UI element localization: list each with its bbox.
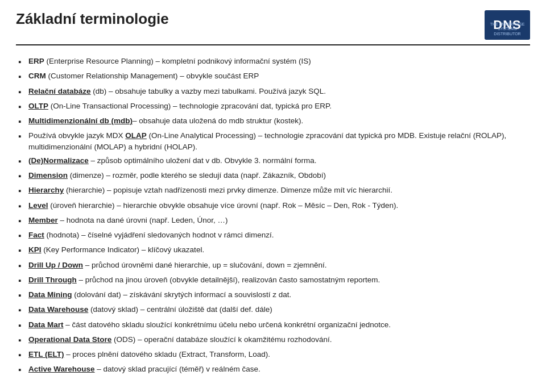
term-content: OLTP (On-Line Transactional Processing) … — [28, 101, 530, 112]
term-label: CRM — [28, 72, 46, 80]
term-content: Data Mining (dolování dat) – získávání s… — [28, 289, 530, 301]
term-label: Hierarchy — [28, 186, 64, 194]
bullet-icon: ▪ — [18, 260, 28, 272]
term-content: Member – hodnota na dané úrovni (např. L… — [28, 215, 530, 226]
term-label: Drill Through — [28, 276, 77, 284]
list-item: ▪Drill Up / Down – průchod úrovněmi dané… — [18, 260, 530, 272]
term-content: Drill Through – průchod na jinou úroveň … — [28, 274, 530, 286]
bullet-icon: ▪ — [18, 349, 28, 361]
term-label: KPI — [28, 245, 42, 254]
term-label: Data Warehouse — [28, 305, 88, 314]
term-content: Data Mart – část datového skladu sloužíc… — [28, 319, 530, 331]
bullet-icon: ▪ — [18, 289, 28, 302]
term-label: OLAP — [125, 131, 147, 140]
bullet-icon: ▪ — [18, 364, 28, 376]
list-item: ▪Data Mining (dolování dat) – získávání … — [18, 289, 530, 302]
list-item: ▪KPI (Key Performance Indicator) – klíčo… — [18, 244, 530, 257]
logo-box: DNS THE ENTERPRISE SYSTEMS DISTRIBUTOR — [485, 10, 530, 40]
bullet-icon: ▪ — [18, 215, 28, 227]
bullet-icon: ▪ — [18, 86, 28, 98]
list-item: ▪Data Mart – část datového skladu slouží… — [18, 319, 530, 332]
bullet-icon: ▪ — [18, 319, 28, 332]
list-item: ▪OLTP (On-Line Transactional Processing)… — [18, 101, 530, 113]
term-content: Operational Data Store (ODS) – operační … — [28, 334, 530, 345]
term-content: Level (úroveň hierarchie) – hierarchie o… — [28, 200, 530, 211]
list-item: ▪Operational Data Store (ODS) – operační… — [18, 334, 530, 347]
list-item: ▪ERP (Enterprise Resource Planning) – ko… — [18, 56, 530, 68]
term-content: Používá obvykle jazyk MDX OLAP (On-Line … — [28, 130, 530, 152]
list-item: ▪Dimension (dimenze) – rozměr, podle kte… — [18, 170, 530, 182]
term-label: Data Mining — [28, 290, 72, 299]
page-title: Základní terminologie — [16, 10, 169, 28]
term-content: Fact (hodnota) – číselné vyjádření sledo… — [28, 230, 530, 241]
bullet-icon: ▪ — [18, 274, 28, 287]
term-label: OLTP — [28, 102, 48, 110]
term-label: Active Warehouse — [28, 365, 95, 373]
list-item: ▪ETL (ELT) – proces plnění datového skla… — [18, 349, 530, 361]
list-item: ▪(De)Normalizace – způsob optimálního ul… — [18, 155, 530, 168]
page-header: Základní terminologie DNS THE ENTERPRISE… — [16, 10, 530, 45]
bullet-icon: ▪ — [18, 56, 28, 68]
term-label: Drill Up / Down — [28, 261, 83, 269]
list-item: ▪Level (úroveň hierarchie) – hierarchie … — [18, 200, 530, 212]
term-label: ERP — [28, 57, 44, 65]
list-item: ▪Member – hodnota na dané úrovni (např. … — [18, 215, 530, 227]
content-area: ▪ERP (Enterprise Resource Planning) – ko… — [16, 56, 530, 376]
term-content: CRM (Customer Relationship Management) –… — [28, 70, 530, 82]
logo-subtitle: THE ENTERPRISE SYSTEMS DISTRIBUTOR — [485, 22, 530, 36]
term-content: ERP (Enterprise Resource Planning) – kom… — [28, 56, 530, 67]
term-label: Relační databáze — [28, 87, 91, 95]
term-content: KPI (Key Performance Indicator) – klíčov… — [28, 244, 530, 256]
term-label: Member — [28, 216, 58, 224]
list-item: ▪Multidimenzionální db (mdb)– obsahuje d… — [18, 115, 530, 128]
bullet-icon: ▪ — [18, 115, 28, 128]
term-content: Drill Up / Down – průchod úrovněmi dané … — [28, 260, 530, 271]
term-label: (De)Normalizace — [28, 156, 89, 165]
term-content: Multidimenzionální db (mdb)– obsahuje da… — [28, 115, 530, 127]
list-item: ▪Relační databáze (db) – obsahuje tabulk… — [18, 86, 530, 98]
list-item: ▪Drill Through – průchod na jinou úroveň… — [18, 274, 530, 287]
list-item: ▪CRM (Customer Relationship Management) … — [18, 70, 530, 83]
logo-area: DNS THE ENTERPRISE SYSTEMS DISTRIBUTOR — [485, 10, 530, 40]
bullet-icon: ▪ — [18, 334, 28, 347]
term-label: Fact — [28, 231, 44, 239]
bullet-icon: ▪ — [18, 230, 28, 242]
list-item: ▪Active Warehouse – datový sklad pracují… — [18, 364, 530, 376]
term-label: Multidimenzionální db (mdb) — [28, 116, 133, 125]
bullet-icon: ▪ — [18, 101, 28, 113]
bullet-icon: ▪ — [18, 244, 28, 257]
list-item: ▪Data Warehouse (datový sklad) – centrál… — [18, 304, 530, 316]
term-list: ▪ERP (Enterprise Resource Planning) – ko… — [18, 56, 530, 376]
bullet-icon: ▪ — [18, 130, 28, 143]
bullet-icon: ▪ — [18, 70, 28, 83]
term-label: Operational Data Store — [28, 335, 111, 344]
bullet-icon: ▪ — [18, 170, 28, 182]
term-content: Active Warehouse – datový sklad pracujíc… — [28, 364, 530, 375]
term-content: (De)Normalizace – způsob optimálního ulo… — [28, 155, 530, 166]
term-label: ETL (ELT) — [28, 350, 64, 358]
term-label: Dimension — [28, 171, 68, 180]
term-label: Level — [28, 201, 48, 210]
term-content: Dimension (dimenze) – rozměr, podle kter… — [28, 170, 530, 181]
bullet-icon: ▪ — [18, 185, 28, 197]
term-content: ETL (ELT) – proces plnění datového sklad… — [28, 349, 530, 360]
term-content: Hierarchy (hierarchie) – popisuje vztah … — [28, 185, 530, 196]
list-item: ▪Hierarchy (hierarchie) – popisuje vztah… — [18, 185, 530, 197]
term-label: Data Mart — [28, 320, 64, 329]
list-item: ▪Používá obvykle jazyk MDX OLAP (On-Line… — [18, 130, 530, 152]
list-item: ▪Fact (hodnota) – číselné vyjádření sled… — [18, 230, 530, 242]
bullet-icon: ▪ — [18, 304, 28, 316]
term-content: Relační databáze (db) – obsahuje tabulky… — [28, 86, 530, 97]
bullet-icon: ▪ — [18, 200, 28, 212]
term-content: Data Warehouse (datový sklad) – centráln… — [28, 304, 530, 315]
bullet-icon: ▪ — [18, 155, 28, 168]
